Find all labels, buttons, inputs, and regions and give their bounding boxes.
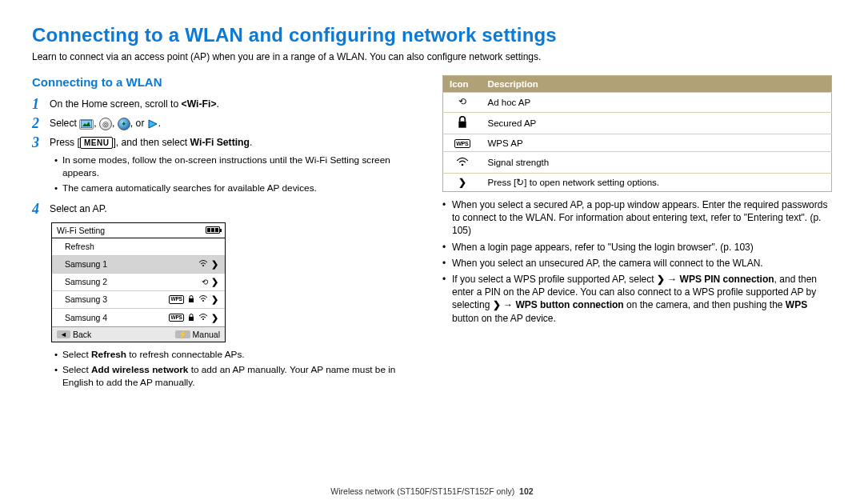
svg-point-7 [202, 318, 204, 320]
wifi-signal-icon [198, 294, 208, 305]
step1-end: . [217, 98, 219, 110]
step3-bullets: In some modes, follow the on-screen inst… [54, 154, 422, 195]
sep1: , [94, 118, 99, 129]
wps-icon: WPS [169, 295, 184, 304]
right-bullets: When you select a secured AP, a pop-up w… [442, 198, 832, 325]
wifi-setting-label: Wi-Fi Setting [190, 137, 250, 148]
bullet: Select Refresh to refresh connectable AP… [54, 349, 422, 362]
back-label: Back [73, 330, 91, 339]
bullet: When a login page appears, refer to "Usi… [442, 241, 832, 254]
wps-icon: WPS [454, 139, 470, 148]
page-number: 102 [519, 486, 534, 496]
step2-end: . [158, 118, 161, 129]
sep2: , [112, 118, 118, 129]
target-icon: ◎ [99, 118, 112, 130]
timer-icon: ↻ [516, 178, 524, 187]
wifi-signal-icon [198, 258, 208, 270]
step2-pre: Select [50, 118, 79, 129]
step4-text: Select an AP. [50, 202, 422, 214]
svg-rect-8 [458, 122, 466, 128]
svg-rect-6 [189, 317, 194, 321]
desc: Ad hoc AP [482, 93, 832, 113]
manual-key-icon: ⚡ [175, 330, 190, 338]
adhoc-icon: ⟲ [202, 278, 208, 286]
page-footer: Wireless network (ST150F/ST151F/ST152F o… [0, 486, 864, 496]
section-heading: Connecting to a WLAN [32, 75, 422, 89]
manual-label: Manual [193, 330, 220, 339]
wifi-signal-icon [456, 155, 469, 168]
refresh-label: Refresh [65, 242, 94, 251]
step-3: 3 Press [MENU], and then select Wi-Fi Se… [32, 135, 422, 150]
wifi-label: <Wi-Fi> [182, 98, 217, 110]
th-icon: Icon [443, 76, 482, 93]
step3-pre: Press [ [50, 137, 80, 148]
adhoc-icon: ⟲ [456, 96, 469, 109]
bullet: When you select an unsecured AP, the cam… [442, 257, 832, 270]
chevron-right-icon: ❯ [211, 259, 218, 269]
page-title: Connecting to a WLAN and configuring net… [32, 24, 832, 46]
svg-point-9 [461, 164, 463, 166]
ap-name: Samsung 4 [65, 313, 107, 322]
svg-point-5 [202, 300, 204, 302]
icon-table: IconDescription ⟲Ad hoc AP Secured AP WP… [442, 75, 832, 192]
left-column: Connecting to a WLAN 1 On the Home scree… [32, 75, 422, 396]
desc: WPS AP [482, 134, 832, 152]
ap-row-2: Samsung 2 ⟲❯ [52, 274, 225, 291]
step1-text: On the Home screen, scroll to [50, 98, 182, 110]
ap-name: Samsung 2 [65, 277, 107, 286]
lock-icon [187, 314, 195, 322]
chevron-right-icon: ❯ [493, 299, 501, 310]
step-number: 3 [32, 135, 50, 150]
chevron-right-icon: ❯ [458, 178, 466, 187]
step-number: 2 [32, 116, 50, 130]
chevron-right-icon: ❯ [211, 294, 218, 304]
wifi-setting-screenshot: Wi-Fi Setting Refresh Samsung 1 ❯ Samsun… [51, 222, 226, 342]
ap-name: Samsung 1 [65, 259, 107, 269]
play-icon [147, 118, 158, 130]
ap-row-4: Samsung 4 WPS❯ [52, 309, 225, 326]
chevron-right-icon: ❯ [211, 313, 218, 322]
bullet: The camera automatically searches for av… [54, 182, 422, 195]
right-column: IconDescription ⟲Ad hoc AP Secured AP WP… [442, 75, 832, 396]
lock-icon [187, 295, 195, 303]
bullet: When you select a secured AP, a pop-up w… [442, 198, 832, 238]
globe-icon: ✦ [118, 118, 130, 130]
ap-name: Samsung 3 [65, 294, 107, 304]
step-1: 1 On the Home screen, scroll to <Wi-Fi>. [32, 97, 422, 111]
sep-or: , or [130, 118, 147, 129]
step4-bullets: Select Refresh to refresh connectable AP… [54, 349, 422, 390]
step3-mid: ], and then select [113, 137, 190, 148]
back-key-icon: ◄ [57, 330, 70, 338]
battery-icon [206, 226, 220, 234]
menu-key-icon: MENU [80, 137, 113, 149]
step3-post: . [250, 137, 252, 148]
refresh-row: Refresh [52, 238, 225, 256]
svg-marker-2 [149, 120, 157, 128]
desc: Signal strength [482, 152, 832, 174]
svg-rect-4 [189, 298, 194, 302]
step-2: 2 Select , ◎, ✦, or . [32, 116, 422, 130]
wps-icon: WPS [169, 314, 184, 322]
wifi-title: Wi-Fi Setting [57, 226, 105, 235]
gallery-icon [79, 119, 94, 130]
bullet: Select Add wireless network to add an AP… [54, 364, 422, 390]
lock-icon [456, 116, 469, 129]
wifi-signal-icon [198, 312, 208, 323]
step-4: 4 Select an AP. [32, 202, 422, 216]
ap-row-1: Samsung 1 ❯ [52, 256, 225, 274]
step-number: 1 [32, 97, 50, 111]
svg-rect-0 [81, 120, 92, 128]
desc: Press [↻] to open network setting option… [482, 174, 832, 192]
step-number: 4 [32, 202, 50, 216]
chevron-right-icon: ❯ [211, 277, 218, 286]
chevron-right-icon: ❯ [657, 274, 665, 285]
ap-row-3: Samsung 3 WPS❯ [52, 291, 225, 309]
intro-text: Learn to connect via an access point (AP… [32, 51, 832, 62]
desc: Secured AP [482, 113, 832, 134]
th-desc: Description [482, 76, 832, 93]
bullet: In some modes, follow the on-screen inst… [54, 154, 422, 180]
bullet: If you select a WPS profile supported AP… [442, 273, 832, 325]
svg-point-3 [202, 265, 204, 266]
